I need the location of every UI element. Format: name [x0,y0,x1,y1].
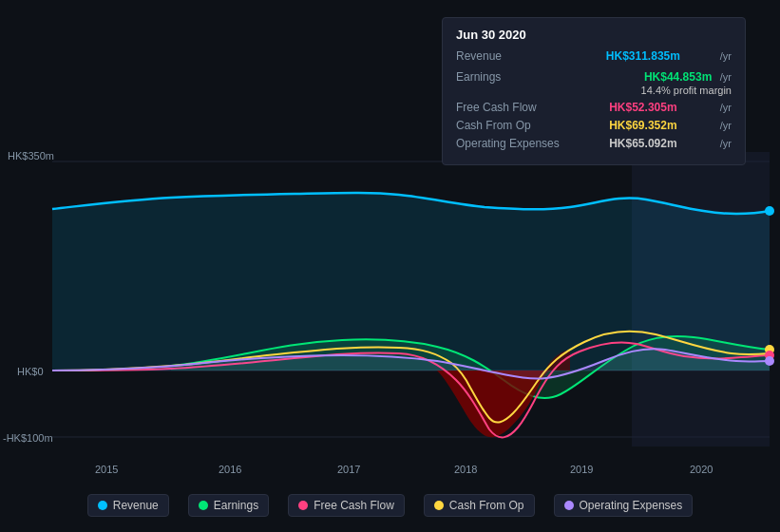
tooltip-card: Jun 30 2020 Revenue HK$311.835m /yr Earn… [442,17,746,165]
tooltip-label-fcf: Free Cash Flow [456,101,570,114]
x-label-2016: 2016 [219,464,241,475]
chart-legend: Revenue Earnings Free Cash Flow Cash Fro… [0,494,780,517]
legend-label-opex: Operating Expenses [580,499,683,512]
x-label-2019: 2019 [570,464,593,475]
x-label-2015: 2015 [95,464,118,475]
tooltip-value-fcf: HK$52.305m [609,101,676,114]
x-label-2017: 2017 [337,464,360,475]
legend-item-fcf[interactable]: Free Cash Flow [288,494,405,517]
tooltip-label-cashfromop: Cash From Op [456,119,570,132]
tooltip-unit-cashfromop: /yr [720,120,732,131]
legend-dot-cashfromop [434,501,444,510]
tooltip-label-revenue: Revenue [456,49,570,63]
legend-dot-revenue [98,501,107,510]
legend-dot-opex [564,501,574,510]
tooltip-unit-opex: /yr [720,138,732,149]
tooltip-unit-revenue: /yr [720,50,732,62]
x-label-2018: 2018 [454,464,477,475]
legend-dot-earnings [199,501,208,510]
tooltip-row-opex: Operating Expenses HK$65.092m /yr [456,137,732,150]
legend-label-fcf: Free Cash Flow [314,499,394,512]
tooltip-value-earnings: HK$44.853m [644,70,712,84]
tooltip-row-revenue: Revenue HK$311.835m /yr [456,49,732,63]
tooltip-unit-fcf: /yr [720,102,732,113]
legend-label-earnings: Earnings [214,499,258,512]
legend-item-revenue[interactable]: Revenue [87,494,169,517]
y-label-0: HK$0 [17,366,44,377]
svg-point-8 [765,356,774,366]
tooltip-row-fcf: Free Cash Flow HK$52.305m /yr [456,101,732,114]
svg-point-5 [765,206,774,216]
legend-item-earnings[interactable]: Earnings [188,494,269,517]
y-label-350: HK$350m [8,150,54,162]
tooltip-sub-earnings: 14.4% profit margin [641,85,732,96]
legend-dot-fcf [298,501,308,510]
legend-label-cashfromop: Cash From Op [449,499,524,512]
tooltip-unit-earnings: /yr [720,71,732,83]
tooltip-label-opex: Operating Expenses [456,137,570,150]
tooltip-value-revenue: HK$311.835m [606,49,680,63]
tooltip-row-earnings: Earnings HK$44.853m /yr 14.4% profit mar… [456,67,732,96]
legend-item-opex[interactable]: Operating Expenses [554,494,694,517]
tooltip-row-cashfromop: Cash From Op HK$69.352m /yr [456,119,732,132]
tooltip-value-cashfromop: HK$69.352m [609,119,676,132]
tooltip-date: Jun 30 2020 [456,28,732,42]
chart-container: HK$350m HK$0 -HK$100m 2015 2016 2017 201… [0,0,780,532]
legend-item-cashfromop[interactable]: Cash From Op [424,494,535,517]
x-label-2020: 2020 [690,464,713,475]
tooltip-value-opex: HK$65.092m [609,137,676,150]
tooltip-label-earnings: Earnings [456,70,570,84]
legend-label-revenue: Revenue [113,499,159,512]
y-label-neg100: -HK$100m [3,432,53,444]
